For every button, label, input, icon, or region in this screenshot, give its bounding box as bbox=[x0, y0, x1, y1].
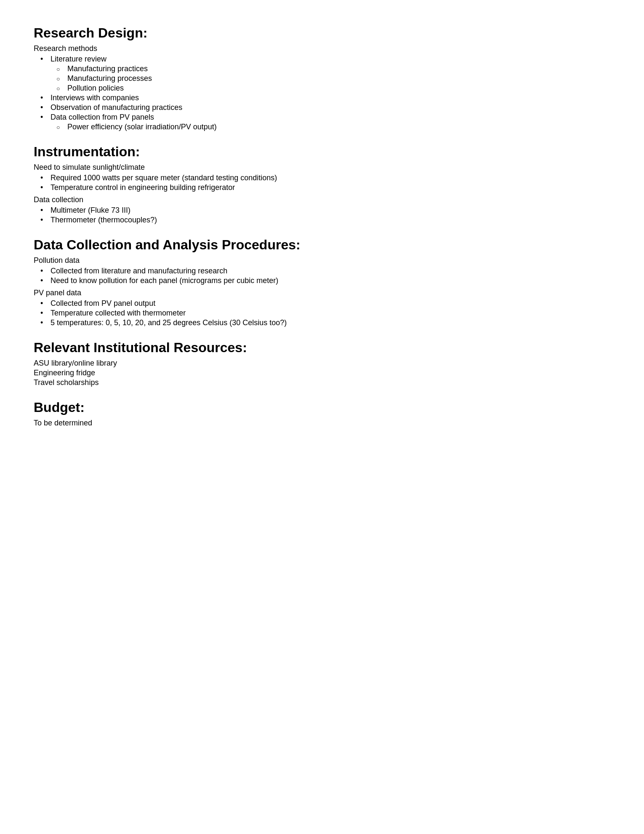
temp-control-label: Temperature control in engineering build… bbox=[51, 183, 235, 192]
temperatures-label: 5 temperatures: 0, 5, 10, 20, and 25 deg… bbox=[51, 318, 287, 327]
data-collection-title: Data Collection and Analysis Procedures: bbox=[34, 237, 610, 253]
pollution-data-label: Pollution data bbox=[34, 256, 610, 265]
temperature-thermometer-label: Temperature collected with thermometer bbox=[51, 309, 186, 317]
list-item: Multimeter (Fluke 73 III) bbox=[34, 206, 610, 215]
research-methods-list: Literature review Manufacturing practice… bbox=[34, 55, 610, 131]
manufacturing-practices-label: Manufacturing practices bbox=[67, 64, 148, 73]
list-item: Observation of manufacturing practices bbox=[34, 103, 610, 112]
list-item: Literature review Manufacturing practice… bbox=[34, 55, 610, 93]
list-item: Temperature control in engineering build… bbox=[34, 183, 610, 192]
list-item: Interviews with companies bbox=[34, 94, 610, 102]
budget-title: Budget: bbox=[34, 400, 610, 415]
list-item: Power efficiency (solar irradiation/PV o… bbox=[51, 123, 610, 131]
simulate-label: Need to simulate sunlight/climate bbox=[34, 163, 610, 172]
pollution-data-list: Collected from literature and manufactur… bbox=[34, 267, 610, 285]
list-item: Need to know pollution for each panel (m… bbox=[34, 276, 610, 285]
collected-pv-output-label: Collected from PV panel output bbox=[51, 299, 155, 307]
list-item: Collected from PV panel output bbox=[34, 299, 610, 308]
interviews-label: Interviews with companies bbox=[51, 94, 139, 102]
list-item: Data collection from PV panels Power eff… bbox=[34, 113, 610, 131]
data-collection-label: Data collection bbox=[34, 195, 610, 204]
pv-panel-data-label: PV panel data bbox=[34, 289, 610, 297]
pv-sublist: Power efficiency (solar irradiation/PV o… bbox=[51, 123, 610, 131]
data-collection-list: Multimeter (Fluke 73 III) Thermometer (t… bbox=[34, 206, 610, 225]
budget-section: Budget: To be determined bbox=[34, 400, 610, 428]
research-design-title: Research Design: bbox=[34, 25, 610, 41]
list-item: Manufacturing processes bbox=[51, 74, 610, 83]
multimeter-label: Multimeter (Fluke 73 III) bbox=[51, 206, 130, 214]
travel-scholarships-label: Travel scholarships bbox=[34, 378, 610, 387]
instrumentation-title: Instrumentation: bbox=[34, 144, 610, 160]
watts-label: Required 1000 watts per square meter (st… bbox=[51, 174, 277, 182]
data-collection-section: Data Collection and Analysis Procedures:… bbox=[34, 237, 610, 327]
budget-text: To be determined bbox=[34, 419, 610, 428]
collected-literature-label: Collected from literature and manufactur… bbox=[51, 267, 227, 275]
pollution-panel-label: Need to know pollution for each panel (m… bbox=[51, 276, 278, 285]
list-item: Pollution policies bbox=[51, 84, 610, 93]
research-design-section: Research Design: Research methods Litera… bbox=[34, 25, 610, 131]
literature-review-label: Literature review bbox=[51, 55, 106, 63]
pollution-policies-label: Pollution policies bbox=[67, 84, 124, 92]
observation-label: Observation of manufacturing practices bbox=[51, 103, 182, 112]
research-methods-label: Research methods bbox=[34, 44, 610, 53]
power-efficiency-label: Power efficiency (solar irradiation/PV o… bbox=[67, 123, 217, 131]
pv-panel-data-list: Collected from PV panel output Temperatu… bbox=[34, 299, 610, 327]
literature-review-sublist: Manufacturing practices Manufacturing pr… bbox=[51, 64, 610, 93]
manufacturing-processes-label: Manufacturing processes bbox=[67, 74, 152, 83]
asu-library-label: ASU library/online library bbox=[34, 359, 610, 368]
instrumentation-section: Instrumentation: Need to simulate sunlig… bbox=[34, 144, 610, 225]
resources-section: Relevant Institutional Resources: ASU li… bbox=[34, 340, 610, 387]
simulate-list: Required 1000 watts per square meter (st… bbox=[34, 174, 610, 192]
resources-title: Relevant Institutional Resources: bbox=[34, 340, 610, 356]
list-item: Manufacturing practices bbox=[51, 64, 610, 73]
thermometer-label: Thermometer (thermocouples?) bbox=[51, 216, 157, 224]
list-item: Required 1000 watts per square meter (st… bbox=[34, 174, 610, 182]
list-item: 5 temperatures: 0, 5, 10, 20, and 25 deg… bbox=[34, 318, 610, 327]
engineering-fridge-label: Engineering fridge bbox=[34, 369, 610, 377]
list-item: Collected from literature and manufactur… bbox=[34, 267, 610, 275]
list-item: Thermometer (thermocouples?) bbox=[34, 216, 610, 225]
list-item: Temperature collected with thermometer bbox=[34, 309, 610, 318]
data-collection-pv-label: Data collection from PV panels bbox=[51, 113, 154, 121]
